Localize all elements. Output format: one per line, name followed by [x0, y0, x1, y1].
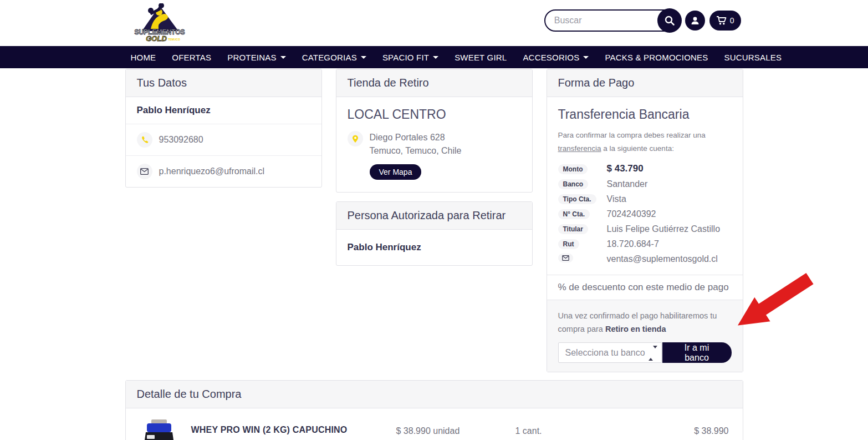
- customer-name: Pablo Henríquez: [137, 105, 211, 116]
- chevron-down-icon: [433, 56, 438, 59]
- mail-icon: [558, 254, 573, 262]
- nav-item-sweet-girl[interactable]: SWEET GIRL: [449, 53, 512, 62]
- main-navbar: HOME OFERTAS PROTEINAS CATEGORIAS SPACIO…: [0, 46, 868, 68]
- ir-a-mi-banco-button[interactable]: Ir a mi banco: [662, 342, 732, 363]
- payment-instructions: Para confirmar la compra debes realizar …: [558, 129, 732, 155]
- account-type-value: Vista: [607, 194, 626, 204]
- customer-email-row: p.henriquezo6@ufromail.cl: [126, 156, 321, 187]
- bank-detail-row: Rut 18.720.684-7: [558, 239, 732, 249]
- top-header: SUPLEMENTOS GOLD TEMUCO: [0, 0, 868, 46]
- purchase-item-row: WHEY WHEY PRO WIN (2 KG) CAPUCHINO sku: …: [126, 408, 743, 440]
- bank-detail-row: Titular Luis Felipe Gutiérrez Castillo: [558, 224, 732, 234]
- bank-detail-row: N° Cta. 7024240392: [558, 209, 732, 219]
- transferencia-link[interactable]: transferencia: [558, 144, 601, 153]
- panel-title: Detalle de tu Compra: [126, 381, 743, 408]
- product-quantity: 1 cant.: [515, 418, 635, 436]
- bank-email-row: ventas@suplementosgold.cl: [558, 254, 732, 265]
- checkout-page: SUPLEMENTOS GOLD TEMUCO: [0, 0, 868, 440]
- svg-text:TEMUCO: TEMUCO: [168, 38, 180, 41]
- panel-title: Tienda de Retiro: [336, 69, 532, 97]
- map-pin-icon: [348, 131, 363, 146]
- search-button[interactable]: [657, 8, 682, 33]
- product-name: WHEY PRO WIN (2 KG) CAPUCHINO: [191, 425, 396, 435]
- nav-item-home[interactable]: HOME: [125, 53, 162, 62]
- confirmation-note: Una vez confirmado el pago habilitaremos…: [558, 309, 732, 336]
- panel-persona-autorizada: Persona Autorizada para Retirar Pablo He…: [336, 201, 533, 266]
- bank-value: Santander: [607, 179, 648, 189]
- nav-item-spacio-fit[interactable]: SPACIO FIT: [377, 53, 444, 62]
- panel-tienda-retiro: Tienda de Retiro LOCAL CENTRO Diego Port…: [336, 69, 533, 193]
- pickup-column: Tienda de Retiro LOCAL CENTRO Diego Port…: [336, 69, 533, 266]
- amount-value: $ 43.790: [607, 163, 644, 174]
- nav-item-proteinas[interactable]: PROTEINAS: [222, 53, 291, 62]
- account-holder-value: Luis Felipe Gutiérrez Castillo: [607, 224, 721, 234]
- checkout-content: Tus Datos Pablo Henríquez 953092680 p.he…: [125, 69, 743, 440]
- customer-phone: 953092680: [159, 135, 203, 145]
- nav-item-accesorios[interactable]: ACCESORIOS: [517, 53, 594, 62]
- store-logo-graphic: SUPLEMENTOS GOLD TEMUCO: [134, 3, 185, 43]
- rut-value: 18.720.684-7: [607, 239, 659, 249]
- chevron-down-icon: [583, 56, 589, 59]
- customer-email: p.henriquezo6@ufromail.cl: [159, 166, 265, 176]
- cart-icon: [716, 16, 727, 26]
- panel-detalle-compra: Detalle de tu Compra WHEY: [125, 380, 743, 440]
- user-icon: [690, 16, 700, 26]
- authorized-person-row: Pablo Henríquez: [336, 230, 532, 265]
- customer-name-row: Pablo Henríquez: [126, 97, 321, 124]
- bank-detail-row: Monto $ 43.790: [558, 163, 732, 174]
- nav-item-categorias[interactable]: CATEGORIAS: [297, 53, 372, 62]
- nav-item-packs-promociones[interactable]: PACKS & PROMOCIONES: [599, 53, 713, 62]
- cart-button[interactable]: 0: [709, 11, 741, 31]
- chevron-down-icon: [361, 56, 366, 59]
- bank-select[interactable]: Selecciona tu banco: [558, 342, 662, 363]
- bank-detail-row: Tipo Cta. Vista: [558, 194, 732, 204]
- store-address-line1: Diego Portales 628: [370, 131, 462, 144]
- account-button[interactable]: [685, 11, 705, 31]
- panel-forma-pago: Forma de Pago Transferencia Bancaria Par…: [547, 69, 743, 372]
- nav-item-sucursales[interactable]: SUCURSALES: [718, 53, 787, 62]
- product-image: WHEY: [139, 418, 179, 440]
- product-total: $ 38.990: [635, 418, 729, 436]
- store-address-row: Diego Portales 628 Temuco, Temuco, Chile: [348, 131, 521, 158]
- panel-title: Persona Autorizada para Retirar: [336, 202, 532, 230]
- mail-icon: [137, 164, 152, 179]
- chevron-down-icon: [280, 56, 286, 59]
- panel-title: Forma de Pago: [547, 69, 743, 97]
- payment-footer: Una vez confirmado el pago habilitaremos…: [547, 300, 743, 372]
- customer-phone-row: 953092680: [126, 124, 321, 156]
- store-address-line2: Temuco, Temuco, Chile: [370, 144, 462, 158]
- svg-text:GOLD: GOLD: [146, 34, 167, 43]
- discount-note: % de descuento con este medio de pago: [547, 275, 743, 300]
- payment-method-title: Transferencia Bancaria: [558, 107, 732, 122]
- store-logo[interactable]: SUPLEMENTOS GOLD TEMUCO: [134, 3, 185, 43]
- payment-email-value: ventas@suplementosgold.cl: [607, 254, 718, 264]
- ver-mapa-button[interactable]: Ver Mapa: [370, 164, 422, 180]
- search-icon: [664, 15, 675, 26]
- red-arrow-annotation: [736, 275, 814, 333]
- cart-count-badge: 0: [730, 16, 734, 25]
- panel-title: Tus Datos: [126, 69, 321, 97]
- store-name: LOCAL CENTRO: [348, 107, 521, 122]
- authorized-person-name: Pablo Henríquez: [348, 242, 421, 253]
- account-number-value: 7024240392: [607, 209, 656, 219]
- panel-tus-datos: Tus Datos Pablo Henríquez 953092680 p.he…: [125, 69, 322, 188]
- bank-detail-row: Banco Santander: [558, 179, 732, 189]
- product-unit-price: $ 38.990 unidad: [396, 418, 515, 436]
- phone-icon: [137, 132, 152, 148]
- nav-item-ofertas[interactable]: OFERTAS: [166, 53, 217, 62]
